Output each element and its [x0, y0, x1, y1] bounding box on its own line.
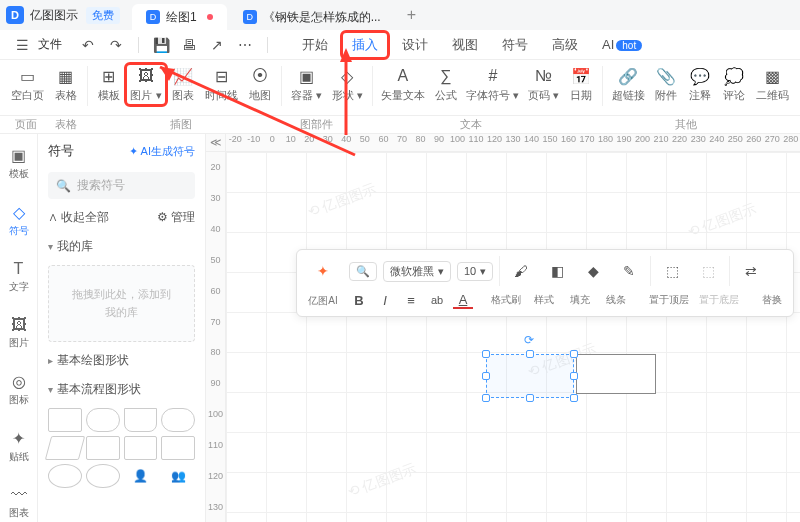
line-button[interactable]: ✎ [614, 261, 644, 281]
leftbar-图片[interactable]: 🖼图片 [5, 312, 33, 354]
resize-handle[interactable] [482, 372, 490, 380]
align-button[interactable]: ≡ [401, 293, 421, 308]
undo-icon[interactable]: ↶ [76, 34, 100, 56]
resize-handle[interactable] [482, 350, 490, 358]
format-brush-button[interactable]: 🖌 [506, 261, 536, 281]
flowchart-shapes-category[interactable]: 基本流程图形状 [38, 375, 205, 404]
leftbar-符号[interactable]: ◇符号 [5, 199, 33, 242]
ai-button[interactable]: ✦ [303, 261, 343, 281]
canvas-grid: ⟲ 亿图图示 ⟲ 亿图图示 ⟲ 亿图图示 ⟲ 亿图图示 [226, 152, 800, 522]
leftbar-图表[interactable]: 〰图表 [5, 482, 33, 522]
menu-tab-design[interactable]: 设计 [392, 32, 438, 58]
ribbon-时间线[interactable]: ⊟时间线 [200, 64, 243, 105]
页码-icon: № [533, 66, 553, 86]
shape-parallelogram[interactable] [45, 436, 85, 460]
shape-card[interactable] [86, 436, 120, 460]
rectangle-shape[interactable] [576, 354, 656, 394]
file-menu[interactable]: 文件 [38, 36, 62, 53]
附件-icon: 📎 [656, 66, 676, 86]
bring-front-button[interactable]: ⬚ [657, 261, 687, 281]
shape-ellipse[interactable] [48, 464, 82, 488]
menu-icon[interactable]: ☰ [10, 34, 34, 56]
ruler-corner[interactable]: ≪ [206, 134, 226, 152]
resize-handle[interactable] [526, 394, 534, 402]
ribbon-表格[interactable]: ▦表格 [49, 64, 83, 105]
ai-generate-button[interactable]: ✦ AI生成符号 [129, 144, 195, 159]
ribbon-图片[interactable]: 🖼图片 ▾ [126, 64, 167, 105]
canvas[interactable]: ≪ -20-1001020304050607080901001101201301… [206, 134, 800, 522]
resize-handle[interactable] [526, 350, 534, 358]
menu-tab-view[interactable]: 视图 [442, 32, 488, 58]
send-back-button[interactable]: ⬚ [693, 261, 723, 281]
drop-zone[interactable]: 拖拽到此处，添加到 我的库 [48, 265, 195, 342]
ribbon-矢量文本[interactable]: A矢量文本 [377, 64, 429, 105]
shape-stripe2[interactable] [161, 436, 195, 460]
ribbon-日期[interactable]: 📅日期 [564, 64, 598, 105]
modified-dot [207, 14, 213, 20]
shape-doc[interactable] [124, 408, 158, 432]
redo-icon[interactable]: ↷ [104, 34, 128, 56]
ribbon-评论[interactable]: 💭评论 [717, 64, 751, 105]
add-tab-button[interactable]: + [407, 6, 416, 24]
ribbon-形状[interactable]: ◇形状 ▾ [327, 64, 368, 105]
collapse-all-button[interactable]: ∧ 收起全部 [48, 209, 109, 226]
menu-tab-ai[interactable]: AIhot [592, 33, 652, 56]
save-icon[interactable]: 💾 [149, 34, 173, 56]
ribbon-二维码[interactable]: ▩二维码 [751, 64, 794, 105]
selected-shape[interactable]: ⟳ [486, 354, 574, 398]
ribbon-容器[interactable]: ▣容器 ▾ [286, 64, 327, 105]
shape-stripe[interactable] [124, 436, 158, 460]
ribbon-页码[interactable]: №页码 ▾ [523, 64, 564, 105]
ribbon-空白页[interactable]: ▭空白页 [6, 64, 49, 105]
ribbon-地图[interactable]: ⦿地图 [243, 64, 277, 105]
ribbon-公式[interactable]: ∑公式 [429, 64, 463, 105]
leftbar-图标[interactable]: ◎图标 [5, 368, 33, 411]
main-area: ▣模板◇符号T文字🖼图片◎图标✦贴纸〰图表 符号 ✦ AI生成符号 🔍 搜索符号… [0, 134, 800, 522]
tab-label: 绘图1 [166, 9, 197, 26]
leftbar-贴纸[interactable]: ✦贴纸 [5, 425, 33, 468]
resize-handle[interactable] [570, 372, 578, 380]
my-library-category[interactable]: 我的库 [38, 232, 205, 261]
italic-button[interactable]: I [375, 293, 395, 308]
ribbon-模板[interactable]: ⊞模板 [92, 64, 126, 105]
shape-rect[interactable] [48, 408, 82, 432]
menu-tab-insert[interactable]: 插入 [342, 32, 388, 58]
shape-actor[interactable]: 👤 [124, 464, 158, 488]
menu-tab-symbol[interactable]: 符号 [492, 32, 538, 58]
symbol-search-input[interactable]: 🔍 搜索符号 [48, 172, 195, 199]
leftbar-模板[interactable]: ▣模板 [5, 142, 33, 185]
bold-button[interactable]: B [349, 293, 369, 308]
basic-shapes-category[interactable]: 基本绘图形状 [38, 346, 205, 375]
resize-handle[interactable] [482, 394, 490, 402]
resize-handle[interactable] [570, 350, 578, 358]
shape-roundrect[interactable] [86, 408, 120, 432]
ribbon-字体符号[interactable]: #字体符号 ▾ [463, 64, 523, 105]
text-size-button[interactable]: ab [427, 294, 447, 306]
share-icon[interactable]: ⋯ [233, 34, 257, 56]
fill-button[interactable]: ◆ [578, 261, 608, 281]
font-color-button[interactable]: A [453, 292, 473, 309]
resize-handle[interactable] [570, 394, 578, 402]
shape-circle[interactable] [86, 464, 120, 488]
manage-button[interactable]: ⚙ 管理 [157, 209, 195, 226]
export-icon[interactable]: ↗ [205, 34, 229, 56]
search-shape[interactable]: 🔍 [349, 262, 377, 281]
menu-tab-start[interactable]: 开始 [292, 32, 338, 58]
shape-actor2[interactable]: 👥 [161, 464, 195, 488]
ribbon-超链接[interactable]: 🔗超链接 [607, 64, 650, 105]
font-select[interactable]: 微软雅黑 ▾ [383, 261, 451, 282]
ribbon-附件[interactable]: 📎附件 [649, 64, 683, 105]
print-icon[interactable]: 🖶 [177, 34, 201, 56]
rotate-handle[interactable]: ⟳ [524, 333, 534, 347]
document-tab-1[interactable]: D 绘图1 [132, 4, 227, 30]
menu-tab-advanced[interactable]: 高级 [542, 32, 588, 58]
ribbon-图表[interactable]: 📈图表 [166, 64, 200, 105]
replace-button[interactable]: ⇄ [736, 261, 766, 281]
表格-icon: ▦ [56, 66, 76, 86]
leftbar-文字[interactable]: T文字 [5, 256, 33, 298]
ribbon-注释[interactable]: 💬注释 [683, 64, 717, 105]
document-tab-2[interactable]: D 《钢铁是怎样炼成的... [229, 4, 395, 30]
style-button[interactable]: ◧ [542, 261, 572, 281]
font-size-select[interactable]: 10 ▾ [457, 262, 493, 281]
shape-terminator[interactable] [161, 408, 195, 432]
